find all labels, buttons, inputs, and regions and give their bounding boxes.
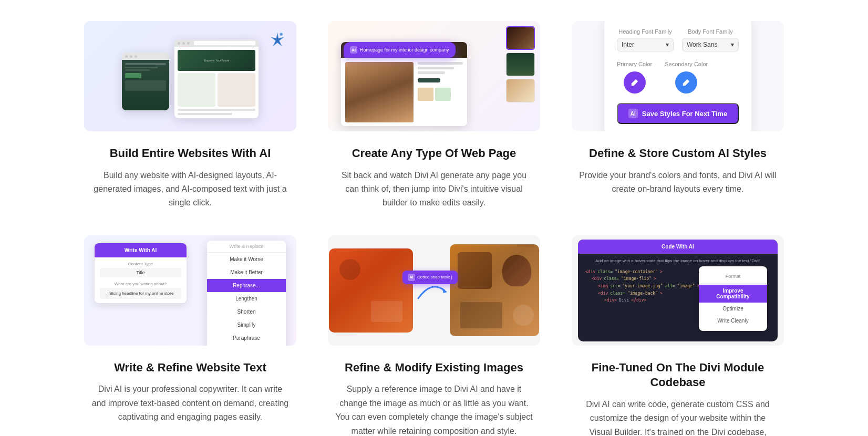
save-btn-label: Save Styles For Next Time (642, 110, 727, 118)
heading-font-chevron: ▾ (666, 41, 669, 48)
primary-color-swatch[interactable] (624, 71, 646, 94)
color-row: Primary Color Secondary Color (617, 61, 739, 94)
feature-image-refine: AI Coffee shop table | (328, 235, 540, 346)
feature-title-create: Create Any Type Of Web Page (352, 146, 516, 161)
feature-card-code: Code With AI Add an image with a hover s… (572, 235, 784, 436)
format-option-improve[interactable]: Improve Compatibility (699, 285, 767, 303)
code-panel-header: Code With AI (578, 240, 778, 254)
ai-star-icon (268, 30, 287, 49)
feature-image-code: Code With AI Add an image with a hover s… (572, 235, 784, 346)
ai-badge: AI (350, 46, 357, 54)
menu-item-rephrase[interactable]: Rephrase... (207, 279, 286, 292)
before-image-content (329, 248, 413, 333)
textarea-value: Inticing headline for my online store (100, 288, 181, 299)
transform-arrow: AI Coffee shop table | (413, 275, 450, 306)
features-grid: Empower Your Future Build Entire Website… (0, 0, 868, 436)
field-value: Title (100, 268, 181, 277)
menu-item-better[interactable]: Make it Better (207, 266, 286, 279)
secondary-color-swatch[interactable] (675, 71, 697, 94)
format-popup-title: Format (699, 271, 767, 284)
font-row: Heading Font Family Inter ▾ Body Font Fa… (617, 28, 739, 51)
context-menu-header: Write & Replace (207, 241, 286, 253)
menu-item-worse[interactable]: Make it Worse (207, 253, 286, 266)
mock-browser-large: Empower Your Future (174, 39, 259, 118)
after-image (450, 244, 539, 336)
pen-icon (631, 78, 639, 87)
svg-point-0 (280, 33, 283, 36)
write-panel-body: Content Type Title What are you writing … (95, 257, 187, 303)
field-label: Content Type (100, 262, 181, 266)
menu-item-shorten[interactable]: Shorten (207, 305, 286, 318)
body-font-value: Work Sans (687, 41, 717, 48)
body-font-select[interactable]: Work Sans ▾ (682, 38, 739, 51)
feature-title-define: Define & Store Custom AI Styles (589, 146, 767, 161)
primary-color-label: Primary Color (617, 61, 652, 67)
feature-desc-write: Divi AI is your professional copywriter.… (90, 382, 290, 424)
style-panel: Heading Font Family Inter ▾ Body Font Fa… (604, 21, 751, 131)
write-panel-header: Write With AI (95, 243, 187, 257)
menu-item-paraphrase[interactable]: Paraphrase (207, 331, 286, 345)
heading-font-value: Inter (622, 41, 634, 48)
textarea-label: What are you writing about? (100, 282, 181, 286)
before-image (329, 248, 413, 333)
svg-marker-1 (442, 288, 447, 293)
feature-desc-define: Provide your brand's colors and fonts, a… (578, 169, 778, 196)
secondary-color-label: Secondary Color (665, 61, 708, 67)
feature-desc-create: Sit back and watch Divi AI generate any … (334, 169, 534, 210)
feature-card-write-refine: Write With AI Content Type Title What ar… (84, 235, 296, 436)
write-panel: Write With AI Content Type Title What ar… (95, 243, 187, 303)
body-font-label: Body Font Family (682, 28, 739, 35)
feature-title-refine: Refine & Modify Existing Images (345, 360, 523, 376)
format-popup: Format Improve Compatibility Optimize Wr… (699, 266, 767, 331)
feature-desc-code: Divi AI can write code, generate custom … (578, 398, 778, 436)
feature-title-build: Build Entire Websites With AI (110, 146, 271, 161)
ai-badge-save: AI (628, 109, 638, 118)
feature-desc-build: Build any website with AI-designed layou… (90, 169, 290, 210)
thumb-2 (506, 53, 535, 76)
image-prompt-text: Coffee shop table | (417, 275, 452, 279)
mock-browser-small (122, 53, 169, 110)
heading-font-group: Heading Font Family Inter ▾ (617, 28, 674, 51)
thumb-1 (506, 26, 535, 50)
ai-badge-image: AI (408, 274, 415, 281)
page-thumbnails (506, 26, 535, 102)
menu-item-lengthen[interactable]: Lengthen (207, 292, 286, 305)
secondary-color-group: Secondary Color (665, 61, 708, 94)
feature-image-create: AI Homepage for my interior design compa… (328, 21, 540, 131)
code-panel: Code With AI Add an image with a hover s… (578, 240, 778, 341)
feature-title-code: Fine-Tuned On The Divi Module Codebase (572, 360, 784, 390)
menu-item-spelling[interactable]: Fix Spelling & Grammar (207, 345, 286, 346)
body-font-group: Body Font Family Work Sans ▾ (682, 28, 739, 51)
feature-card-create-pages: AI Homepage for my interior design compa… (328, 21, 540, 210)
save-styles-button[interactable]: AI Save Styles For Next Time (617, 103, 739, 124)
ai-prompt-bubble: AI Homepage for my interior design compa… (344, 42, 456, 58)
feature-title-write: Write & Refine Website Text (114, 360, 266, 376)
feature-image-build: Empower Your Future (84, 21, 296, 131)
image-prompt-bubble: AI Coffee shop table | (402, 271, 458, 284)
format-option-optimize[interactable]: Optimize (699, 303, 767, 315)
primary-color-group: Primary Color (617, 61, 652, 94)
pen-icon-2 (682, 78, 690, 87)
body-font-chevron: ▾ (731, 41, 734, 48)
heading-font-label: Heading Font Family (617, 28, 674, 35)
feature-card-refine-images: AI Coffee shop table | Refine & Modify E… (328, 235, 540, 436)
context-menu: Write & Replace Make it Worse Make it Be… (207, 241, 286, 346)
feature-image-write: Write With AI Content Type Title What ar… (84, 235, 296, 346)
prompt-text: Homepage for my interior design company (360, 47, 449, 53)
feature-card-define-styles: Heading Font Family Inter ▾ Body Font Fa… (572, 21, 784, 210)
feature-card-build-websites: Empower Your Future Build Entire Website… (84, 21, 296, 210)
feature-image-define: Heading Font Family Inter ▾ Body Font Fa… (572, 21, 784, 131)
feature-desc-refine: Supply a reference image to Divi AI and … (334, 382, 534, 436)
thumb-3 (506, 79, 535, 102)
heading-font-select[interactable]: Inter ▾ (617, 38, 674, 51)
menu-item-simplify[interactable]: Simplify (207, 318, 286, 331)
format-option-clean[interactable]: Write Cleanly (699, 315, 767, 327)
